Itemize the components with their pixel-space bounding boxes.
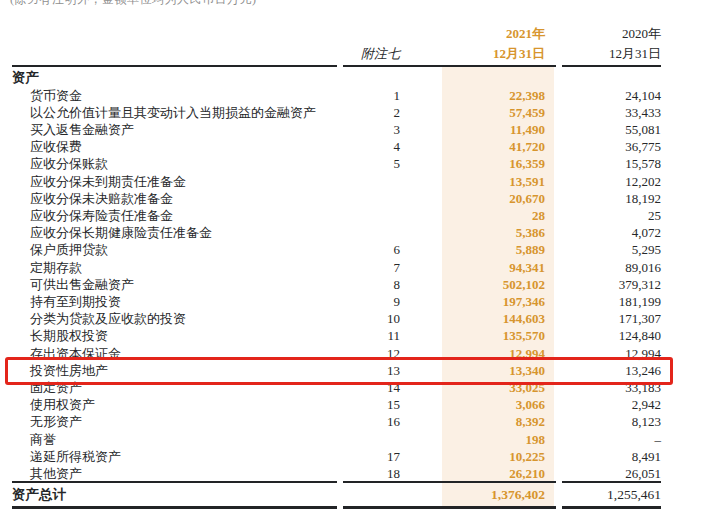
row-note-number: 14 [320, 379, 400, 396]
row-label: 应收分保寿险责任准备金 [30, 207, 173, 224]
row-value-2020: 33,433 [531, 104, 661, 121]
row-note-number: 8 [320, 276, 400, 293]
row-value-2021: 3,066 [415, 396, 545, 413]
total-row: 资产总计 1,376,402 1,255,461 [0, 486, 714, 504]
row-note-number [320, 190, 400, 207]
total-value-2021: 1,376,402 [415, 486, 545, 504]
table-row: 无形资产 16 8,392 8,123 [0, 413, 714, 430]
row-label: 投资性房地产 [30, 362, 108, 379]
row-label: 货币资金 [30, 87, 82, 104]
row-value-2021: 16,359 [415, 155, 545, 172]
row-value-2020: 18,192 [531, 190, 661, 207]
row-note-number: 13 [320, 362, 400, 379]
row-label: 应收分保未到期责任准备金 [30, 173, 186, 190]
row-note-number [320, 431, 400, 448]
row-value-2021: 502,102 [415, 276, 545, 293]
row-label: 持有至到期投资 [30, 293, 121, 310]
table-row: 应收分保未决赔款准备金 20,670 18,192 [0, 190, 714, 207]
table-row: 应收分保长期健康险责任准备金 5,386 4,072 [0, 224, 714, 241]
row-value-2020: – [531, 431, 661, 448]
row-value-2020: 8,123 [531, 413, 661, 430]
row-value-2021: 13,340 [415, 362, 545, 379]
table-row: 其他资产 18 26,210 26,051 [0, 465, 714, 482]
row-label: 固定资产 [30, 379, 82, 396]
table-row: 应收分保未到期责任准备金 13,591 12,202 [0, 173, 714, 190]
row-note-number: 2 [320, 104, 400, 121]
row-value-2021: 28 [415, 207, 545, 224]
row-label: 应收分保账款 [30, 155, 108, 172]
bottom-rule-left [12, 506, 337, 509]
row-value-2020: 12,202 [531, 173, 661, 190]
bottom-rule-mid [343, 506, 556, 509]
row-note-number: 5 [320, 155, 400, 172]
table-row: 商誉 198 – [0, 431, 714, 448]
row-value-2020: 4,072 [531, 224, 661, 241]
table-row: 存出资本保证金 12 12,994 12,994 [0, 345, 714, 362]
row-note-number: 11 [320, 327, 400, 344]
row-label: 存出资本保证金 [30, 345, 121, 362]
row-value-2021: 12,994 [415, 345, 545, 362]
row-value-2020: 33,183 [531, 379, 661, 396]
table-row: 使用权资产 15 3,066 2,942 [0, 396, 714, 413]
table-row: 货币资金 1 22,398 24,104 [0, 87, 714, 104]
table-row: 递延所得税资产 17 10,225 8,491 [0, 448, 714, 465]
row-note-number: 10 [320, 310, 400, 327]
row-note-number: 1 [320, 87, 400, 104]
row-value-2021: 8,392 [415, 413, 545, 430]
row-label: 可供出售金融资产 [30, 276, 134, 293]
row-label: 应收分保未决赔款准备金 [30, 190, 173, 207]
row-label: 无形资产 [30, 413, 82, 430]
bottom-rule-right [562, 506, 661, 509]
row-value-2020: 124,840 [531, 327, 661, 344]
row-value-2020: 171,307 [531, 310, 661, 327]
row-label: 递延所得税资产 [30, 448, 121, 465]
pretotal-rule-right [562, 481, 661, 483]
table-row: 固定资产 14 33,025 33,183 [0, 379, 714, 396]
row-note-number: 15 [320, 396, 400, 413]
row-value-2020: 25 [531, 207, 661, 224]
row-label: 定期存款 [30, 259, 82, 276]
row-value-2021: 144,603 [415, 310, 545, 327]
row-label: 长期股权投资 [30, 327, 108, 344]
table-row: 应收分保寿险责任准备金 28 25 [0, 207, 714, 224]
row-note-number: 12 [320, 345, 400, 362]
row-value-2021: 13,591 [415, 173, 545, 190]
row-note-number: 16 [320, 413, 400, 430]
row-value-2020: 5,295 [531, 241, 661, 258]
row-label: 分类为贷款及应收款的投资 [30, 310, 186, 327]
row-note-number [320, 224, 400, 241]
table-row: 应收分保账款 5 16,359 15,578 [0, 155, 714, 172]
row-value-2020: 2,942 [531, 396, 661, 413]
row-note-number [320, 173, 400, 190]
row-value-2021: 94,341 [415, 259, 545, 276]
row-value-2020: 26,051 [531, 465, 661, 482]
row-note-number: 4 [320, 138, 400, 155]
row-value-2021: 22,398 [415, 87, 545, 104]
pretotal-rule-left [12, 481, 337, 483]
table-row: 应收保费 4 41,720 36,775 [0, 138, 714, 155]
row-note-number: 3 [320, 121, 400, 138]
row-value-2021: 20,670 [415, 190, 545, 207]
row-value-2021: 26,210 [415, 465, 545, 482]
row-value-2021: 10,225 [415, 448, 545, 465]
row-label: 以公允价值计量且其变动计入当期损益的金融资产 [30, 104, 316, 121]
row-value-2020: 8,491 [531, 448, 661, 465]
row-value-2021: 11,490 [415, 121, 545, 138]
row-value-2020: 55,081 [531, 121, 661, 138]
row-value-2021: 198 [415, 431, 545, 448]
row-value-2020: 36,775 [531, 138, 661, 155]
row-value-2021: 135,570 [415, 327, 545, 344]
row-value-2021: 41,720 [415, 138, 545, 155]
row-value-2020: 181,199 [531, 293, 661, 310]
row-value-2020: 12,994 [531, 345, 661, 362]
row-note-number: 6 [320, 241, 400, 258]
row-label: 买入返售金融资产 [30, 121, 134, 138]
row-value-2021: 33,025 [415, 379, 545, 396]
table-row: 保户质押贷款 6 5,889 5,295 [0, 241, 714, 258]
table-row: 分类为贷款及应收款的投资 10 144,603 171,307 [0, 310, 714, 327]
row-value-2021: 57,459 [415, 104, 545, 121]
row-note-number [320, 207, 400, 224]
row-value-2021: 5,386 [415, 224, 545, 241]
row-note-number: 9 [320, 293, 400, 310]
pretotal-rule-mid [343, 481, 556, 483]
